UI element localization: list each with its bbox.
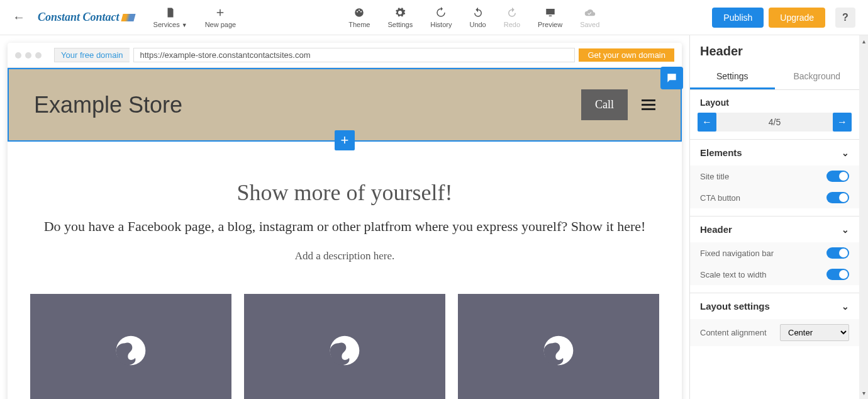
- layout-settings-label: Layout settings: [700, 301, 770, 312]
- layout-next-button[interactable]: →: [833, 113, 852, 132]
- file-icon: [165, 7, 176, 18]
- fixed-nav-toggle[interactable]: [826, 247, 849, 259]
- redo-label: Redo: [504, 21, 520, 28]
- chevron-down-icon: ▼: [182, 22, 187, 28]
- tab-settings[interactable]: Settings: [690, 65, 775, 89]
- palette-icon: [353, 7, 365, 18]
- settings-button[interactable]: Settings: [387, 7, 413, 28]
- preview-button[interactable]: Preview: [538, 7, 562, 28]
- layout-settings-header[interactable]: Layout settings ⌄: [690, 293, 859, 319]
- chevron-down-icon: ⌄: [842, 301, 849, 312]
- redo-button[interactable]: Redo: [504, 7, 520, 28]
- card-placeholder[interactable]: [458, 294, 659, 399]
- settings-label: Settings: [387, 21, 413, 28]
- globe-icon: [113, 333, 148, 368]
- brand-flag-icon: [121, 14, 135, 21]
- plus-icon: [214, 7, 226, 18]
- cta-toggle-label: CTA button: [700, 193, 740, 203]
- preview-label: Preview: [538, 21, 562, 28]
- scale-text-toggle[interactable]: [826, 269, 849, 280]
- call-button[interactable]: Call: [581, 89, 628, 120]
- side-panel: Header Settings Background Layout ← 4/5 …: [689, 35, 859, 399]
- new-page-label: New page: [205, 21, 236, 28]
- svg-point-2: [359, 9, 360, 11]
- cloud-check-icon: [584, 7, 596, 18]
- cta-toggle[interactable]: [826, 192, 849, 203]
- content-heading[interactable]: Show more of yourself!: [20, 179, 669, 206]
- scroll-up-icon[interactable]: ▴: [862, 38, 865, 45]
- help-button[interactable]: ?: [835, 8, 855, 28]
- scrollbar[interactable]: ▴ ▾: [859, 35, 868, 399]
- layout-label: Layout: [690, 90, 859, 113]
- window-dot: [25, 52, 31, 59]
- get-domain-button[interactable]: Get your own domain: [579, 48, 674, 62]
- history-label: History: [430, 21, 452, 28]
- publish-button[interactable]: Publish: [712, 8, 764, 28]
- free-domain-label[interactable]: Your free domain: [54, 48, 130, 62]
- content-alignment-select[interactable]: Center: [780, 324, 849, 341]
- content-alignment-label: Content alignment: [700, 328, 767, 337]
- scale-text-label: Scale text to width: [700, 270, 767, 279]
- elements-label: Elements: [700, 147, 742, 158]
- brand-text: Constant Contact: [38, 11, 120, 24]
- header-group-header[interactable]: Header ⌄: [690, 216, 859, 242]
- redo-icon: [506, 7, 518, 18]
- svg-point-1: [357, 11, 358, 12]
- theme-button[interactable]: Theme: [348, 7, 370, 28]
- site-title[interactable]: Example Store: [34, 92, 182, 118]
- globe-icon: [327, 333, 362, 368]
- elements-group-header[interactable]: Elements ⌄: [690, 140, 859, 166]
- window-dot: [15, 52, 21, 59]
- url-display: https://example-store.constantcontactsit…: [133, 48, 576, 62]
- content-section: Show more of yourself! Do you have a Fac…: [8, 142, 682, 399]
- globe-icon: [541, 333, 576, 368]
- content-description[interactable]: Add a description here.: [20, 250, 669, 262]
- site-title-toggle-label: Site title: [700, 172, 729, 181]
- browser-bar: Your free domain https://example-store.c…: [8, 43, 682, 68]
- browser-frame: Your free domain https://example-store.c…: [8, 43, 682, 399]
- monitor-icon: [545, 7, 556, 18]
- header-group-label: Header: [700, 224, 732, 235]
- layout-prev-button[interactable]: ←: [698, 113, 716, 132]
- history-icon: [435, 7, 447, 18]
- card-placeholder[interactable]: [244, 294, 445, 399]
- history-button[interactable]: History: [430, 7, 452, 28]
- chevron-down-icon: ⌄: [842, 148, 849, 158]
- window-dot: [35, 52, 42, 59]
- card-placeholder[interactable]: [30, 294, 231, 399]
- undo-label: Undo: [469, 21, 486, 28]
- add-section-button[interactable]: +: [335, 130, 355, 150]
- gear-icon: [394, 7, 406, 18]
- fixed-nav-label: Fixed navigation bar: [700, 249, 774, 258]
- svg-point-3: [360, 11, 362, 12]
- undo-icon: [472, 7, 484, 18]
- saved-label: Saved: [580, 21, 599, 28]
- new-page-button[interactable]: New page: [205, 7, 236, 28]
- theme-label: Theme: [348, 21, 370, 28]
- brand-logo: Constant Contact: [38, 11, 135, 24]
- canvas-area: Your free domain https://example-store.c…: [0, 35, 689, 399]
- chevron-down-icon: ⌄: [842, 225, 849, 235]
- back-arrow-icon[interactable]: ←: [13, 10, 25, 25]
- upgrade-button[interactable]: Upgrade: [769, 8, 825, 28]
- services-menu[interactable]: Services▼: [153, 7, 187, 28]
- saved-indicator: Saved: [580, 7, 599, 28]
- undo-button[interactable]: Undo: [469, 7, 486, 28]
- header-block[interactable]: Example Store Call +: [8, 68, 682, 142]
- tab-background[interactable]: Background: [775, 65, 860, 89]
- site-title-toggle[interactable]: [826, 171, 849, 182]
- panel-title: Header: [690, 35, 859, 65]
- chat-float-button[interactable]: [660, 67, 683, 89]
- chat-icon: [665, 72, 678, 84]
- layout-counter: 4/5: [716, 117, 833, 127]
- scroll-down-icon[interactable]: ▾: [862, 390, 865, 396]
- hamburger-menu-icon[interactable]: [642, 99, 655, 110]
- services-label: Services: [153, 21, 180, 28]
- content-subheading[interactable]: Do you have a Facebook page, a blog, ins…: [20, 218, 669, 235]
